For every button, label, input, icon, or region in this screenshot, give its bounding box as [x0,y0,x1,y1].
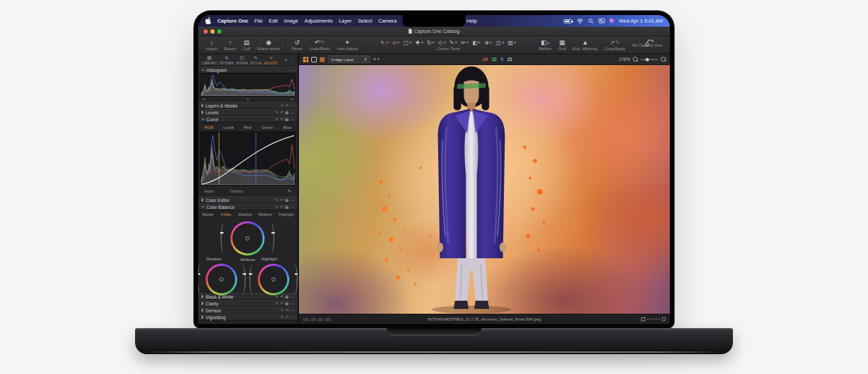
heal-tool[interactable]: ⊕ [483,40,494,46]
highlight-lightness-slider[interactable] [291,264,298,295]
cb-tab-3way[interactable]: 3-Way [221,212,232,216]
reset-icon[interactable]: ↶ [280,295,284,299]
color-editor-panel-header[interactable]: Color Editor✎↶▦⋯ [198,197,298,203]
zoom-slider-thumb[interactable] [646,58,649,61]
reset-icon[interactable]: ↶ [285,103,289,108]
zoom-out-icon[interactable] [633,57,638,62]
auto-adjust-button[interactable]: ✶Auto Adjust [333,36,361,53]
curve-pen-icon[interactable]: ✎ [288,188,291,194]
siri-icon[interactable] [610,18,614,23]
gradient-mask-tool[interactable]: ◧ [471,40,483,46]
clone-tool[interactable]: ◫ [494,40,506,46]
reset-button[interactable]: ↺Reset [288,36,306,53]
pen-icon[interactable]: ✎ [276,205,279,209]
battery-icon[interactable] [564,19,572,23]
preset-icon[interactable]: ▦ [285,117,289,121]
wifi-icon[interactable] [577,18,583,24]
menu-item-image[interactable]: Image [284,18,298,24]
single-view-icon[interactable] [311,57,317,62]
search-icon[interactable] [588,18,594,24]
black-white-panel-header[interactable]: Black & White✎↶▦⋯ [198,293,298,300]
highlight-color-wheel[interactable] [258,264,289,295]
pen-icon[interactable]: ✎ [280,315,284,319]
midtone-color-wheel[interactable] [230,221,265,255]
spot-tool[interactable]: ↻ [426,40,437,46]
zoom-level[interactable]: 176% [618,57,630,62]
more-icon[interactable]: ⋯ [291,308,295,312]
layers-masks-panel-header[interactable]: Layers & Masks✎↶⋯ [198,102,298,109]
menu-item-app[interactable]: Capture One [217,18,248,24]
preset-icon[interactable]: ▦ [285,301,289,306]
more-icon[interactable]: ⋯ [291,315,295,319]
pen-icon[interactable]: ✎ [280,308,284,312]
reset-icon[interactable]: ↶ [280,301,284,306]
control-center-icon[interactable] [599,18,605,23]
menu-bar-clock[interactable]: Wed Apr 1 9:41 AM [619,18,663,24]
pen-icon[interactable]: ✎ [276,198,279,202]
undo-redo-button[interactable]: ↶↷Undo/Redo [306,36,333,53]
tab-shape[interactable]: ◰SHAPE [236,55,248,65]
dehaze-panel-header[interactable]: Dehaze✎↶⋯ [198,307,298,314]
shadow-saturation-slider[interactable] [198,264,204,295]
curve-tab-luma[interactable]: Luma [224,125,234,129]
badge-icon[interactable] [318,318,324,321]
cb-tab-midtone[interactable]: Midtone [258,212,272,216]
reset-icon[interactable]: ↶ [280,117,284,121]
zoom-in-icon[interactable] [661,57,666,62]
curve-tab-red[interactable]: Red [244,125,252,129]
curve-tab-green[interactable]: Green [261,125,273,129]
shadow-color-wheel[interactable] [206,264,237,295]
my-capture-one-button[interactable]: My Capture One [629,36,666,53]
apple-logo-icon[interactable] [205,17,211,25]
reset-icon[interactable]: ↶ [285,308,289,312]
preset-icon[interactable]: ▦ [285,198,289,202]
crop-tool[interactable]: ▢ [402,40,413,46]
menu-item-edit[interactable]: Edit [269,18,278,24]
color-balance-panel-header[interactable]: Color Balance✎↶▦⋯ [198,203,298,210]
menu-item-layer[interactable]: Layer [339,18,352,24]
photo-canvas[interactable] [299,65,670,314]
wheel-cursor[interactable] [245,236,250,240]
histogram-panel-header[interactable]: Histogram⋯ [198,66,298,73]
midtone-saturation-slider[interactable] [221,223,227,253]
exposure-warning-button[interactable]: ▲Exp. Warning [569,36,601,53]
badge-icon[interactable] [326,318,331,321]
reset-icon[interactable]: ↶ [280,205,284,209]
menu-item-adjustments[interactable]: Adjustments [304,18,333,24]
more-icon[interactable]: ⋯ [291,110,295,114]
wheel-cursor[interactable] [219,277,224,282]
tab-menu-icon[interactable]: ⋮ [289,58,294,63]
select-tool[interactable]: ↖ [379,40,390,46]
curve-tab-rgb[interactable]: RGB [204,125,213,129]
badge-icon[interactable] [311,318,316,321]
more-icon[interactable]: ⋯ [291,68,295,72]
reset-icon[interactable]: ↶ [280,110,284,114]
more-icon[interactable]: ⋯ [291,301,295,306]
more-icon[interactable]: ⋯ [291,117,295,121]
proof-view-icon[interactable] [320,57,325,62]
curve-tab-blue[interactable]: Blue [283,125,291,129]
levels-panel-header[interactable]: Levels✎↶▦⋯ [198,109,298,116]
more-icon[interactable]: ⋯ [291,198,295,202]
pen-icon[interactable]: ✎ [280,103,284,108]
multi-view-icon[interactable] [303,57,309,62]
rotate-tool[interactable]: ✚ [414,40,425,46]
pen-icon[interactable]: ✎ [276,117,279,121]
pen-icon[interactable]: ✎ [276,110,279,114]
pan-tool[interactable]: ⊙ [391,40,402,46]
layer-dropdown[interactable]: Image Layer [328,55,370,63]
menu-item-select[interactable]: Select [358,18,372,24]
pen-icon[interactable]: ✎ [276,295,279,299]
more-icon[interactable]: ⋯ [291,205,295,209]
thumbnail-icon[interactable] [641,317,645,321]
cull-button[interactable]: ▤Cull [239,36,253,53]
midtone-lightness-slider[interactable] [268,223,274,253]
tab-library[interactable]: ▤LIBRARY [202,55,217,65]
shape-tool[interactable]: ◇ [437,40,447,46]
curve-editor[interactable] [200,132,296,186]
more-icon[interactable]: ⋯ [291,295,295,299]
color-tag-icon[interactable] [662,317,666,321]
cb-tab-master[interactable]: Master [202,212,214,216]
preset-icon[interactable]: ▦ [285,110,289,114]
preset-icon[interactable]: ▦ [285,205,289,209]
